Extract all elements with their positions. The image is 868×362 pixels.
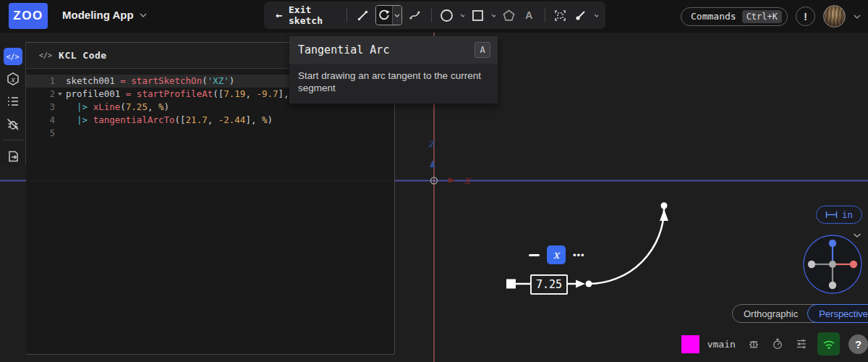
ruler-icon: [825, 211, 838, 219]
gizmo-neg-z-handle: [829, 282, 836, 289]
constrain-tool-button[interactable]: [553, 7, 567, 24]
code-line[interactable]: 4 |> tangentialArcTo([21.7, -2.44], %): [26, 114, 394, 127]
orthographic-option[interactable]: Orthographic: [733, 308, 807, 319]
version-label: vmain: [707, 339, 736, 350]
file-export-icon: [7, 150, 20, 163]
exclamation-icon: !: [804, 11, 807, 22]
dimension-tool-button[interactable]: [574, 7, 587, 24]
back-arrow-icon: ←: [276, 9, 282, 22]
zoo-logo[interactable]: ZOO: [9, 3, 48, 29]
sidebar-item-variables[interactable]: x: [4, 70, 22, 88]
sketch-toolbar: ← Exit sketch: [264, 1, 605, 29]
network-status-button[interactable]: [817, 332, 841, 355]
chevron-down-icon[interactable]: [854, 14, 861, 19]
rectangle-icon: [472, 9, 484, 22]
sidebar-item-kcl-code[interactable]: </>: [4, 48, 22, 65]
unit-label: in: [842, 209, 853, 220]
tangential-arc-dropdown[interactable]: [392, 6, 401, 25]
code-line[interactable]: 5: [26, 127, 394, 140]
header-right-group: Commands Ctrl+K !: [681, 0, 861, 33]
question-icon: ?: [855, 338, 861, 350]
project-menu[interactable]: Modeling App: [62, 9, 147, 21]
app-header: ZOO Modeling App ← Exit sketch: [0, 0, 868, 33]
stream-color-swatch[interactable]: [681, 335, 699, 353]
svg-text:x: x: [11, 76, 15, 83]
notifications-button[interactable]: !: [796, 7, 815, 26]
constrain-x-button[interactable]: x: [547, 245, 566, 264]
sliders-icon: [796, 338, 807, 350]
sketch-start-point: [506, 279, 516, 289]
text-tool-button[interactable]: A: [522, 7, 535, 24]
spline-icon: [409, 9, 422, 22]
help-button[interactable]: ?: [848, 334, 868, 354]
variables-hexagon-icon: x: [6, 72, 20, 86]
gizmo-neg-x-handle: [808, 261, 815, 268]
dimension-value-input[interactable]: 7.25: [530, 274, 568, 295]
exit-sketch-button[interactable]: ← Exit sketch: [271, 4, 338, 26]
code-icon: </>: [39, 51, 52, 59]
stopwatch-icon: [772, 338, 783, 350]
settings-sliders-button[interactable]: [796, 338, 807, 350]
timer-button[interactable]: [772, 338, 783, 350]
x-axis-arrow-icon: [448, 177, 455, 183]
bug-slash-icon: [6, 117, 20, 131]
projection-toggle: Orthographic Perspective: [732, 304, 868, 323]
sidebar-item-debug[interactable]: [4, 115, 22, 132]
code-icon: </>: [6, 53, 19, 61]
report-bug-button[interactable]: [748, 338, 760, 350]
tooltip-description: Start drawing an arc tangent to the curr…: [289, 64, 498, 104]
circle-tool-button[interactable]: [440, 7, 454, 24]
units-menu-button[interactable]: in: [816, 206, 862, 224]
gizmo-z-handle: [829, 240, 836, 247]
toolbar-divider: [545, 8, 545, 22]
rail-divider: [3, 140, 23, 140]
status-bar: vmain ?: [673, 329, 868, 358]
perspective-option[interactable]: Perspective: [807, 304, 868, 323]
pane-rail: </> x: [0, 42, 26, 165]
polygon-tool-button[interactable]: [502, 7, 516, 24]
arc-arrowhead-icon: [660, 209, 668, 221]
spline-tool-button[interactable]: [409, 7, 422, 24]
segment-handle-icon[interactable]: [529, 254, 540, 256]
chevron-down-icon: [394, 14, 400, 17]
circle-icon: [440, 9, 454, 22]
chevron-down-icon: [140, 13, 147, 17]
polygon-icon: [502, 9, 516, 22]
tool-tooltip: Tangential Arc A Start drawing an arc ta…: [289, 36, 498, 104]
chevron-down-icon[interactable]: [460, 14, 464, 17]
keyboard-shortcut-badge: Ctrl+K: [742, 10, 782, 23]
sidebar-item-feature-tree[interactable]: [4, 93, 22, 110]
tangential-arc-segment: [589, 209, 664, 284]
tooltip-shortcut-badge: A: [475, 42, 490, 58]
line-tool-button[interactable]: [356, 7, 369, 24]
commands-button[interactable]: Commands Ctrl+K: [681, 7, 788, 26]
orientation-gizmo[interactable]: [801, 233, 865, 297]
project-name: Modeling App: [62, 9, 134, 21]
gizmo-center: [829, 261, 836, 268]
line-icon: [357, 9, 369, 22]
user-avatar[interactable]: [823, 5, 846, 28]
chevron-down-icon[interactable]: [594, 14, 598, 17]
constrain-icon: [553, 9, 567, 22]
wifi-icon: [822, 338, 836, 350]
sidebar-item-file-export[interactable]: [4, 148, 22, 165]
tooltip-title: Tangential Arc: [298, 43, 389, 56]
rectangle-tool-button[interactable]: [471, 7, 484, 24]
segment-overlay-toolbar: x •••: [529, 245, 585, 264]
arc-end-point: [661, 203, 668, 209]
dimension-icon: [574, 9, 587, 22]
toolbar-divider: [346, 8, 347, 22]
chevron-down-icon[interactable]: [491, 14, 495, 17]
list-icon: [7, 96, 20, 107]
toolbar-divider: [431, 8, 432, 22]
tangential-arc-tool-button[interactable]: [375, 5, 402, 25]
pane-title: KCL Code: [59, 50, 107, 61]
bug-icon: [748, 338, 760, 350]
xline-arrowhead-icon: [576, 280, 585, 288]
text-tool-icon: A: [525, 9, 532, 21]
gizmo-x-handle: [850, 261, 857, 268]
tangential-arc-icon: [378, 9, 391, 22]
segment-overflow-button[interactable]: •••: [573, 250, 585, 261]
